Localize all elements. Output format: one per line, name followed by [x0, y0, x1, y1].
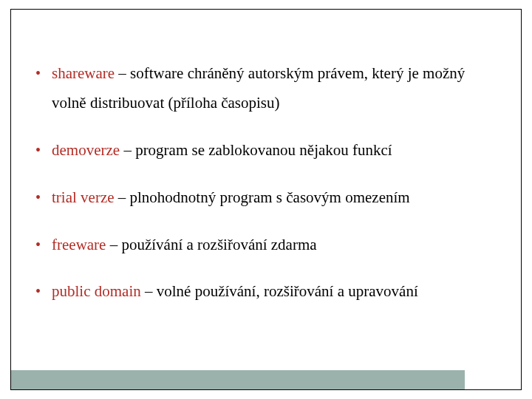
decorative-bar: [11, 370, 465, 389]
term: trial verze: [52, 188, 115, 206]
description: používání a rozšiřování zdarma: [121, 236, 316, 253]
separator: –: [115, 188, 130, 206]
content-area: shareware – software chráněný autorským …: [33, 59, 499, 324]
bullet-list: shareware – software chráněný autorským …: [33, 59, 499, 307]
list-item: freeware – používání a rozšiřování zdarm…: [33, 231, 499, 260]
term: demoverze: [52, 141, 120, 159]
separator: –: [115, 64, 130, 82]
list-item: public domain – volné používání, rozšiřo…: [33, 277, 499, 307]
term: public domain: [52, 282, 141, 300]
separator: –: [141, 282, 157, 300]
description: volné používání, rozšiřování a upravován…: [157, 282, 418, 300]
separator: –: [106, 236, 121, 253]
term: freeware: [52, 236, 106, 253]
description: program se zablokovanou nějakou funkcí: [135, 141, 392, 159]
slide: shareware – software chráněný autorským …: [0, 0, 532, 399]
list-item: shareware – software chráněný autorským …: [33, 59, 499, 118]
description: plnohodnotný program s časovým omezením: [130, 188, 410, 206]
separator: –: [120, 141, 135, 159]
list-item: demoverze – program se zablokovanou něja…: [33, 136, 499, 166]
term: shareware: [52, 64, 115, 82]
list-item: trial verze – plnohodnotný program s čas…: [33, 183, 499, 213]
